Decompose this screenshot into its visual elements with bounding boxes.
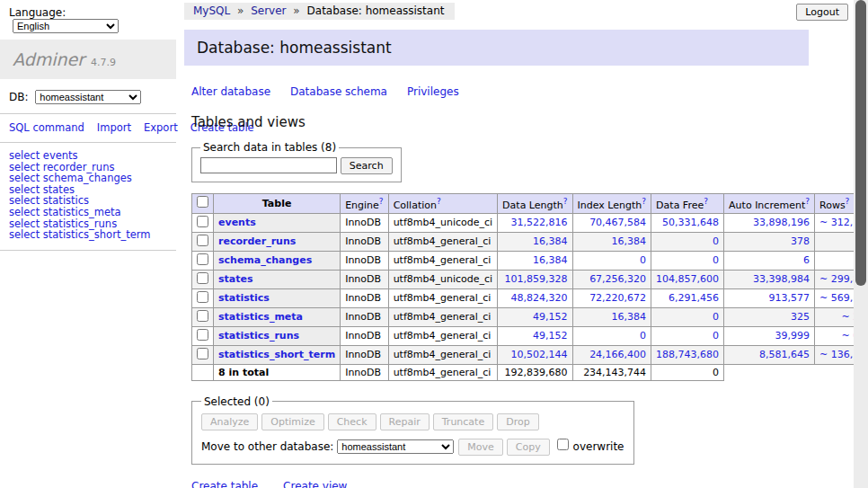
data-length-value[interactable]: 16,384 (533, 235, 568, 247)
help-link[interactable]: ? (805, 197, 810, 206)
table-name-link[interactable]: statistics_runs (218, 330, 299, 342)
engine-cell: InnoDB (341, 345, 388, 364)
row-checkbox[interactable] (197, 272, 208, 284)
index-length-value[interactable]: 0 (640, 254, 646, 266)
sidebar-command-import[interactable]: Import (97, 121, 131, 134)
data-free-value[interactable]: 6,291,456 (669, 292, 719, 304)
total-label-cell: 8 in total (214, 364, 341, 380)
data-free-value[interactable]: 0 (713, 254, 719, 266)
data-free-cell: 0 (651, 307, 724, 326)
optimize-button[interactable]: Optimize (261, 413, 323, 430)
help-link[interactable]: ? (563, 197, 568, 206)
data-length-cell: 16,384 (498, 232, 572, 251)
table-name-link[interactable]: schema_changes (218, 254, 312, 266)
index-length-value[interactable]: 67,256,320 (589, 273, 646, 285)
index-length-value[interactable]: 16,384 (612, 235, 647, 247)
row-checkbox[interactable] (197, 253, 208, 265)
action-privileges[interactable]: Privileges (407, 85, 459, 98)
auto-increment-value[interactable]: 8,581,645 (759, 349, 810, 360)
data-free-value[interactable]: 188,743,680 (656, 349, 719, 360)
index-length-value[interactable]: 70,467,584 (589, 217, 646, 228)
data-length-value[interactable]: 49,152 (533, 330, 568, 342)
index-length-value[interactable]: 72,220,672 (589, 292, 646, 304)
search-input[interactable] (200, 157, 337, 173)
help-link[interactable]: ? (846, 197, 850, 206)
index-length-cell: 24,166,400 (572, 345, 651, 364)
data-free-value[interactable]: 0 (713, 235, 719, 247)
data-length-value[interactable]: 16,384 (533, 254, 568, 266)
repair-button[interactable]: Repair (380, 413, 430, 430)
analyze-button[interactable]: Analyze (201, 413, 258, 430)
auto-increment-value[interactable]: 378 (791, 235, 810, 247)
auto-increment-value[interactable]: 33,898,196 (753, 217, 810, 228)
data-length-value[interactable]: 49,152 (533, 311, 568, 323)
table-name-link[interactable]: states (218, 273, 253, 285)
data-length-value[interactable]: 31,522,816 (511, 217, 568, 228)
auto-increment-value[interactable]: 913,577 (769, 292, 810, 304)
data-free-value[interactable]: 0 (713, 311, 719, 323)
table-name-link[interactable]: recorder_runs (218, 235, 296, 247)
row-checkbox[interactable] (197, 216, 208, 227)
help-link[interactable]: ? (437, 197, 441, 206)
table-name-link[interactable]: statistics (218, 292, 270, 304)
data-length-value[interactable]: 48,824,320 (511, 292, 568, 304)
data-free-value[interactable]: 50,331,648 (662, 217, 719, 228)
app-name[interactable]: Adminer (13, 49, 84, 69)
index-length-value[interactable]: 24,166,400 (589, 349, 646, 360)
sidebar-select-events[interactable]: select events (9, 150, 176, 162)
overwrite-checkbox[interactable] (557, 439, 569, 450)
create-table-link[interactable]: Create table (191, 480, 258, 488)
row-checkbox[interactable] (197, 310, 208, 322)
engine-cell: InnoDB (341, 270, 388, 288)
auto-increment-value[interactable]: 325 (791, 311, 810, 323)
language-select[interactable]: English (13, 19, 119, 33)
data-free-cell: 6,291,456 (651, 288, 724, 307)
table-name-link[interactable]: statistics_short_term (218, 349, 335, 360)
engine-cell: InnoDB (341, 213, 388, 232)
db-select[interactable]: homeassistant (35, 90, 141, 104)
data-length-value[interactable]: 101,859,328 (505, 273, 568, 285)
action-database-schema[interactable]: Database schema (290, 85, 387, 98)
column-header-index-length: Index Length? (572, 194, 651, 214)
sidebar-command-export[interactable]: Export (144, 121, 178, 134)
auto-increment-value[interactable]: 6 (803, 254, 810, 266)
drop-button[interactable]: Drop (497, 413, 538, 430)
check-button[interactable]: Check (328, 413, 376, 430)
data-free-value[interactable]: 0 (713, 330, 719, 342)
vertical-scrollbar[interactable] (854, 0, 868, 488)
row-checkbox[interactable] (197, 348, 208, 359)
row-checkbox[interactable] (197, 291, 208, 303)
table-name-cell: recorder_runs (214, 232, 341, 251)
help-link[interactable]: ? (379, 197, 384, 206)
sidebar-select-statistics_meta[interactable]: select statistics_meta (9, 207, 176, 218)
total-data-free-value: 0 (713, 367, 719, 378)
table-name-link[interactable]: events (218, 217, 256, 228)
select-all-checkbox[interactable] (197, 196, 208, 208)
truncate-button[interactable]: Truncate (433, 413, 493, 430)
row-checkbox[interactable] (197, 329, 208, 341)
search-button[interactable]: Search (341, 157, 393, 174)
copy-button[interactable]: Copy (507, 439, 550, 456)
index-length-value[interactable]: 16,384 (612, 311, 647, 323)
sidebar-command-sql-command[interactable]: SQL command (9, 121, 84, 134)
create-view-link[interactable]: Create view (283, 480, 347, 488)
move-db-select[interactable]: homeassistant (337, 439, 454, 454)
total-checkbox-cell (192, 364, 214, 380)
data-length-value[interactable]: 10,502,144 (511, 349, 568, 360)
auto-increment-value[interactable]: 39,999 (775, 330, 810, 342)
empty-cell (724, 364, 815, 380)
action-alter-database[interactable]: Alter database (191, 85, 270, 98)
auto-increment-value[interactable]: 33,398,984 (753, 273, 810, 285)
table-name-cell: statistics_meta (214, 307, 341, 326)
sidebar-select-statistics_short_term[interactable]: select statistics_short_term (9, 229, 176, 241)
table-name-link[interactable]: statistics_meta (218, 311, 303, 323)
help-link[interactable]: ? (704, 197, 708, 206)
index-length-cell: 72,220,672 (572, 288, 651, 307)
help-link[interactable]: ? (642, 197, 646, 206)
sidebar-select-schema_changes[interactable]: select schema_changes (9, 173, 176, 184)
data-free-value[interactable]: 104,857,600 (656, 273, 719, 285)
move-button[interactable]: Move (458, 439, 503, 456)
index-length-value[interactable]: 0 (640, 330, 646, 342)
scrollbar-thumb[interactable] (855, 0, 866, 286)
row-checkbox[interactable] (197, 235, 208, 246)
